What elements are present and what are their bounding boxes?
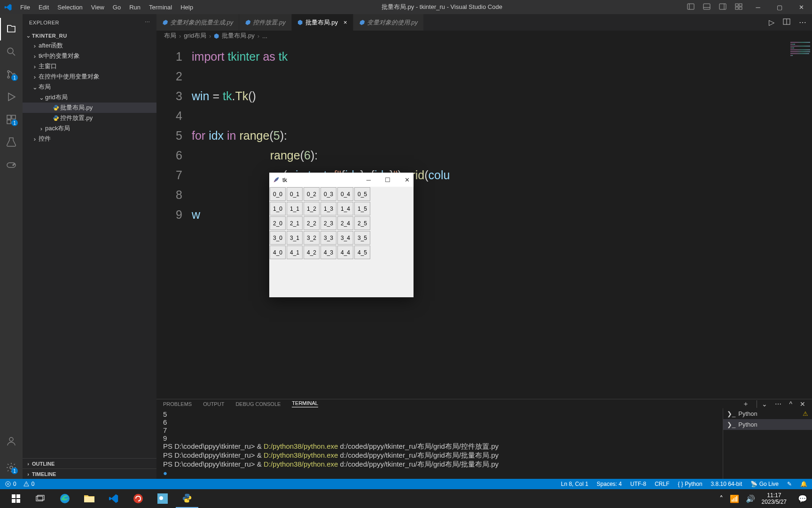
split-editor-icon[interactable] xyxy=(783,18,790,27)
layout-panel-right-icon[interactable] xyxy=(719,3,726,12)
tab-close-icon[interactable]: × xyxy=(344,19,347,26)
status-eol[interactable]: CRLF xyxy=(655,481,669,487)
status-language[interactable]: { } Python xyxy=(678,481,703,487)
file-explorer-icon[interactable] xyxy=(78,489,101,508)
panel-tab-output[interactable]: OUTPUT xyxy=(203,401,224,407)
tk-grid-button[interactable]: 4_5 xyxy=(354,246,370,259)
panel-tab-debug[interactable]: DEBUG CONSOLE xyxy=(235,401,281,407)
activity-testing[interactable] xyxy=(0,131,23,153)
activity-explorer[interactable] xyxy=(0,18,23,40)
tk-grid-button[interactable]: 0_2 xyxy=(304,187,320,201)
activity-account[interactable] xyxy=(0,430,23,452)
tk-grid-button[interactable]: 1_1 xyxy=(287,202,303,215)
editor-tab[interactable]: ⬢变量对象的使用.py xyxy=(353,14,424,31)
status-warnings[interactable]: 0 xyxy=(23,481,35,487)
status-golive[interactable]: 📡 Go Live xyxy=(750,481,779,487)
app-image-icon[interactable] xyxy=(151,489,174,508)
tk-grid-button[interactable]: 0_0 xyxy=(270,187,286,201)
split-terminal-icon[interactable]: ⌄ xyxy=(757,400,767,408)
activity-search[interactable] xyxy=(0,40,23,63)
run-icon[interactable]: ▷ xyxy=(769,18,774,27)
tk-grid-button[interactable]: 4_2 xyxy=(304,246,320,259)
layout-customize-icon[interactable] xyxy=(735,3,742,12)
tk-grid-button[interactable]: 1_0 xyxy=(270,202,286,215)
editor-tab[interactable]: ⬢变量对象的批量生成.py xyxy=(156,14,239,31)
tk-grid-button[interactable]: 1_2 xyxy=(304,202,320,215)
tk-grid-button[interactable]: 2_1 xyxy=(287,216,303,230)
start-button[interactable] xyxy=(5,489,27,508)
panel-close-icon[interactable]: ✕ xyxy=(800,400,805,408)
tk-grid-button[interactable]: 4_4 xyxy=(337,246,353,259)
tree-folder[interactable]: ›tk中的变量对象 xyxy=(23,51,156,61)
tk-grid-button[interactable]: 0_4 xyxy=(337,187,353,201)
tk-close-button[interactable]: ✕ xyxy=(405,176,410,183)
tray-notifications-icon[interactable]: 💬 xyxy=(798,494,807,503)
tk-grid-button[interactable]: 3_2 xyxy=(304,231,320,245)
tree-folder[interactable]: ⌄grid布局 xyxy=(23,92,156,103)
more-actions-icon[interactable]: ⋯ xyxy=(799,18,806,27)
terminal[interactable]: 5679PS D:\coded\ppyy\tkinter_ru> & D:/py… xyxy=(156,408,723,479)
tk-grid-button[interactable]: 3_4 xyxy=(337,231,353,245)
edge-icon[interactable] xyxy=(54,489,76,508)
tk-grid-button[interactable]: 0_3 xyxy=(320,187,336,201)
tk-grid-button[interactable]: 3_1 xyxy=(287,231,303,245)
tk-grid-button[interactable]: 1_3 xyxy=(320,202,336,215)
tree-folder[interactable]: ⌄布局 xyxy=(23,82,156,92)
explorer-root[interactable]: ⌄ TKINTER_RU xyxy=(23,31,156,40)
tree-file[interactable]: 控件放置.py xyxy=(23,113,156,123)
tk-grid-button[interactable]: 2_2 xyxy=(304,216,320,230)
tk-grid-button[interactable]: 2_4 xyxy=(337,216,353,230)
layout-panel-left-icon[interactable] xyxy=(687,3,695,12)
close-button[interactable]: ✕ xyxy=(790,0,812,14)
tray-network-icon[interactable]: 📶 xyxy=(730,494,739,503)
tk-grid-button[interactable]: 4_0 xyxy=(270,246,286,259)
activity-game[interactable] xyxy=(0,153,23,176)
status-spaces[interactable]: Spaces: 4 xyxy=(597,481,622,487)
minimap[interactable] xyxy=(789,41,812,399)
tree-folder[interactable]: ›pack布局 xyxy=(23,123,156,134)
activity-extensions[interactable]: 1 xyxy=(0,108,23,131)
activity-debug[interactable] xyxy=(0,86,23,108)
status-errors[interactable]: 0 xyxy=(5,481,16,487)
tk-grid-button[interactable]: 4_1 xyxy=(287,246,303,259)
terminal-more-icon[interactable]: ⋯ xyxy=(775,400,781,408)
tk-grid-button[interactable]: 4_3 xyxy=(320,246,336,259)
menu-terminal[interactable]: Terminal xyxy=(145,2,176,13)
status-notifications-icon[interactable]: 🔔 xyxy=(800,481,807,487)
menu-help[interactable]: Help xyxy=(177,2,197,13)
taskbar-clock[interactable]: 11:17 2023/5/27 xyxy=(762,492,791,505)
maximize-button[interactable]: ▢ xyxy=(769,0,790,14)
tk-minimize-button[interactable]: ─ xyxy=(367,176,371,183)
status-encoding[interactable]: UTF-8 xyxy=(630,481,646,487)
menu-view[interactable]: View xyxy=(87,2,108,13)
sidebar-more-icon[interactable]: ⋯ xyxy=(145,19,150,25)
tree-file[interactable]: 批量布局.py xyxy=(23,103,156,113)
editor-tab[interactable]: ⬢批量布局.py× xyxy=(292,14,353,31)
menu-go[interactable]: Go xyxy=(109,2,125,13)
status-ln-col[interactable]: Ln 8, Col 1 xyxy=(561,481,588,487)
layout-panel-bottom-icon[interactable] xyxy=(703,3,710,12)
tk-grid-button[interactable]: 2_3 xyxy=(320,216,336,230)
status-interpreter[interactable]: 3.8.10 64-bit xyxy=(711,481,742,487)
tk-grid-button[interactable]: 0_5 xyxy=(354,187,370,201)
tk-grid-button[interactable]: 1_5 xyxy=(354,202,370,215)
tk-grid-button[interactable]: 3_0 xyxy=(270,231,286,245)
menu-file[interactable]: File xyxy=(16,2,34,13)
tray-chevron-icon[interactable]: ˄ xyxy=(719,494,723,503)
tree-folder[interactable]: ›在控件中使用变量对象 xyxy=(23,71,156,82)
activity-settings[interactable]: 1 xyxy=(0,456,23,479)
tray-volume-icon[interactable]: 🔊 xyxy=(746,494,755,503)
outline-section[interactable]: › OUTLINE xyxy=(23,458,156,468)
tk-grid-button[interactable]: 3_5 xyxy=(354,231,370,245)
tree-folder[interactable]: ›after函数 xyxy=(23,40,156,51)
menu-selection[interactable]: Selection xyxy=(54,2,86,13)
tk-grid-button[interactable]: 2_0 xyxy=(270,216,286,230)
minimize-button[interactable]: ─ xyxy=(747,0,769,14)
tk-titlebar[interactable]: tk ─ ☐ ✕ xyxy=(269,173,414,187)
editor-tab[interactable]: ⬢控件放置.py xyxy=(239,14,291,31)
terminal-list-item[interactable]: ❯_ Python xyxy=(723,419,812,430)
terminal-list-item[interactable]: ❯_ Python ⚠ xyxy=(723,408,812,419)
app-red-icon[interactable] xyxy=(127,489,149,508)
python-taskbar-icon[interactable] xyxy=(176,489,198,508)
panel-tab-terminal[interactable]: TERMINAL xyxy=(292,400,318,407)
